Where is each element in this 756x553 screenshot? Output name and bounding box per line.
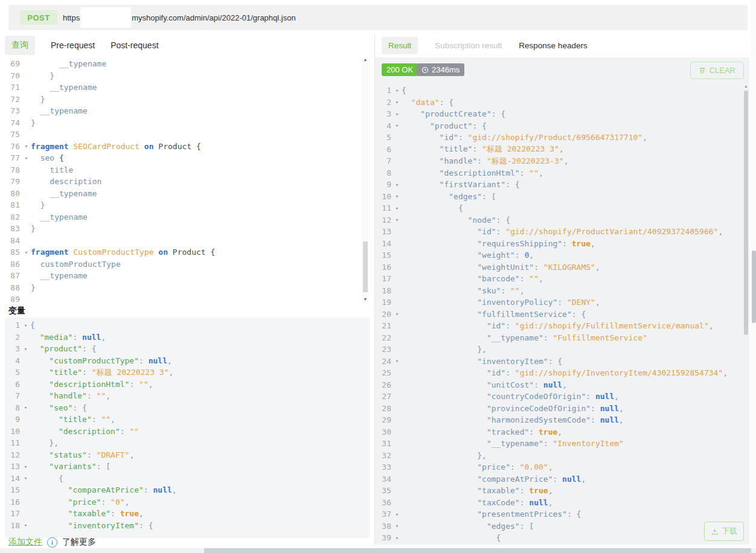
request-tabs: 查询 Pre-request Post-request	[5, 35, 159, 56]
code-line: 26 "unitCost": null,	[375, 379, 745, 391]
code-line: 1▾{	[5, 319, 370, 331]
url-suffix: myshopify.com/admin/api/2022-01/graphql.…	[132, 13, 295, 22]
code-line: 28 "provinceCodeOfOrigin": null,	[375, 403, 745, 415]
code-line: 83}	[0, 223, 370, 235]
code-line: 69 __typename	[0, 58, 370, 70]
code-line: 32 },	[375, 450, 745, 462]
code-line: 17 "taxable": true,	[5, 508, 370, 520]
code-line: 20▾ "fulfillmentService": {	[375, 308, 745, 321]
code-line: 22 "__typename": "FulfillmentService"	[375, 332, 745, 344]
code-line: 72 }	[0, 94, 370, 106]
code-line: 18▾ "inventoryItem": {	[5, 520, 370, 532]
code-line: 11 },	[5, 437, 370, 449]
query-scrollbar-thumb[interactable]	[363, 241, 368, 292]
code-line: 1▾{	[375, 85, 745, 97]
tab-post-request[interactable]: Post-request	[111, 40, 158, 50]
code-line: 34 "compareAtPrice": null,	[375, 473, 745, 485]
download-button[interactable]: 下载	[704, 522, 744, 541]
code-line: 16 "price": "0",	[5, 496, 370, 508]
code-line: 14▾ {	[5, 473, 370, 485]
code-line: 5 "title": "标题 20220223 3",	[5, 366, 370, 379]
code-line: 9 "title": "",	[5, 414, 370, 426]
code-line: 70 }	[0, 70, 370, 82]
code-line: 8 "descriptionHtml": "",	[375, 167, 745, 179]
clock-icon	[421, 66, 429, 74]
code-line: 80 __typename	[0, 188, 370, 200]
code-line: 78 title	[0, 164, 370, 176]
query-editor[interactable]: 69 __typename70 }71 __typename72 }73 __t…	[0, 56, 370, 305]
code-line: 35 "taxable": true,	[375, 485, 745, 497]
code-line: 2▾ "data": {	[375, 97, 745, 109]
add-file-link[interactable]: 添加文件	[8, 537, 42, 548]
request-url-input[interactable]: httpsmyshopify.com/admin/api/2022-01/gra…	[63, 5, 296, 30]
trash-icon	[699, 66, 706, 74]
tab-response-headers[interactable]: Response headers	[519, 41, 587, 50]
code-line: 13 "id": "gid://shopify/ProductVariant/4…	[375, 226, 745, 238]
tab-query[interactable]: 查询	[5, 36, 35, 55]
code-line: 24▾ "inventoryItem": {	[375, 356, 745, 368]
code-line: 33 "price": "0.00",	[375, 461, 745, 473]
code-line: 29 "harmonizedSystemCode": null,	[375, 414, 745, 426]
code-line: 19 "inventoryPolicy": "DENY",	[375, 296, 745, 308]
result-scrollbar[interactable]	[743, 85, 749, 542]
code-line: 3▾ "product": {	[5, 343, 370, 355]
code-line: 81 }	[0, 199, 370, 211]
code-line: 4▾ "product": {	[375, 120, 745, 132]
code-line: 39▾ {	[375, 532, 745, 543]
code-line: 36 "taxCode": null,	[375, 497, 745, 509]
code-line: 38▾ "edges": [	[375, 520, 745, 532]
clear-button-label: CLEAR	[710, 66, 735, 75]
code-line: 75	[0, 129, 370, 141]
result-scrollbar-thumb[interactable]	[744, 91, 748, 335]
clear-button[interactable]: CLEAR	[690, 62, 744, 79]
variables-editor[interactable]: 1▾{2 "media": null,3▾ "product": {4 "cus…	[5, 318, 370, 538]
download-button-label: 下载	[722, 526, 737, 537]
request-footer: 添加文件 i 了解更多	[8, 536, 96, 548]
code-line: 8▾ "seo": {	[5, 402, 370, 414]
code-line: 27 "countryCodeOfOrigin": null,	[375, 391, 745, 403]
status-code-badge: 200 OK	[382, 63, 418, 76]
code-line: 2 "media": null,	[5, 331, 370, 344]
tab-pre-request[interactable]: Pre-request	[51, 40, 95, 50]
code-line: 88}	[0, 282, 370, 294]
code-line: 12▾ "node": {	[375, 214, 745, 226]
response-tabs: Result Subscription result Response head…	[382, 35, 588, 56]
code-line: 9▾ "firstVariant": {	[375, 179, 745, 191]
code-line: 15 "compareAtPrice": null,	[5, 484, 370, 496]
code-line: 13▾ "variants": [	[5, 461, 370, 473]
code-line: 10▾ "edges": [	[375, 191, 745, 203]
download-icon	[711, 528, 719, 535]
code-line: 7 "handle": "",	[5, 390, 370, 402]
variables-label: 变量	[8, 305, 25, 316]
code-line: 73 __typename	[0, 105, 370, 117]
code-line: 11▾ {	[375, 202, 745, 214]
learn-more-link[interactable]: 了解更多	[62, 537, 96, 548]
code-line: 25 "id": "gid://shopify/InventoryItem/43…	[375, 367, 745, 379]
url-prefix: https	[63, 13, 80, 22]
code-line: 14 "requiresShipping": true,	[375, 238, 745, 250]
scroll-down-arrow-icon[interactable]: ▼	[362, 297, 369, 301]
code-line: 89	[0, 293, 370, 305]
code-line: 37▾ "presentmentPrices": {	[375, 508, 745, 520]
code-line: 31 "__typename": "InventoryItem"	[375, 438, 745, 450]
result-viewer[interactable]: 1▾{2▾ "data": {3▾ "productCreate": {4▾ "…	[375, 85, 745, 543]
tab-subscription-result[interactable]: Subscription result	[435, 41, 502, 50]
code-line: 7 "handle": "标题-20220223-3",	[375, 155, 745, 167]
code-line: 10 "description": ""	[5, 426, 370, 438]
info-icon: i	[47, 537, 57, 548]
code-line: 76▾fragment SEOCardProduct on Product {	[0, 141, 370, 153]
code-line: 87 __typename	[0, 270, 370, 282]
request-bar: POST httpsmyshopify.com/admin/api/2022-0…	[8, 5, 748, 30]
method-badge[interactable]: POST	[20, 10, 57, 25]
scroll-up-arrow-icon[interactable]: ▲	[362, 57, 369, 62]
code-line: 17 "barcode": "",	[375, 273, 745, 285]
page-horizontal-scrollbar-thumb[interactable]	[204, 548, 751, 553]
code-line: 79 description	[0, 176, 370, 188]
code-line: 74}	[0, 117, 370, 129]
tab-result[interactable]: Result	[382, 37, 418, 54]
code-line: 23 },	[375, 344, 745, 356]
page-vertical-scrollbar-thumb[interactable]	[752, 251, 756, 323]
code-line: 18 "sku": "",	[375, 285, 745, 297]
code-line: 16 "weightUnit": "KILOGRAMS",	[375, 261, 745, 273]
code-line: 82 __typename	[0, 211, 370, 223]
